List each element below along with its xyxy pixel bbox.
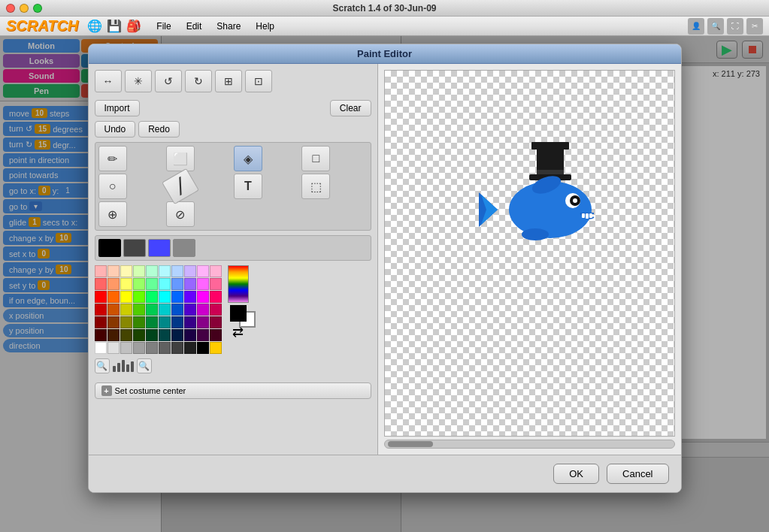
zoom-in-button[interactable]: 🔍: [137, 358, 152, 373]
palette-color-8[interactable]: [197, 265, 209, 277]
palette-color-20[interactable]: [95, 291, 107, 303]
search-icon[interactable]: 🔍: [707, 18, 724, 35]
palette-color-44[interactable]: [146, 316, 158, 328]
palette-color-18[interactable]: [197, 278, 209, 290]
import-button[interactable]: Import: [95, 100, 140, 116]
palette-color-9[interactable]: [210, 265, 222, 277]
palette-color-21[interactable]: [107, 291, 120, 303]
user-icon[interactable]: 👤: [688, 18, 704, 35]
scissors-icon[interactable]: ✂: [746, 18, 763, 35]
palette-color-36[interactable]: [171, 304, 183, 316]
palette-color-25[interactable]: [159, 291, 171, 303]
ellipse-tool[interactable]: ○: [98, 174, 127, 199]
palette-color-26[interactable]: [171, 291, 183, 303]
zoom-out-button[interactable]: 🔍: [95, 358, 110, 373]
palette-color-12[interactable]: [120, 278, 132, 290]
rotate-ccw-button[interactable]: ↺: [155, 70, 182, 92]
palette-color-41[interactable]: [107, 316, 120, 328]
palette-color-56[interactable]: [171, 329, 183, 341]
palette-color-35[interactable]: [159, 304, 171, 316]
palette-color-11[interactable]: [107, 278, 120, 290]
help-menu[interactable]: Help: [250, 20, 280, 33]
palette-color-43[interactable]: [133, 316, 145, 328]
scrollbar-thumb[interactable]: [388, 441, 433, 447]
clear-button[interactable]: Clear: [330, 100, 371, 116]
palette-color-19[interactable]: [210, 278, 222, 290]
palette-color-3[interactable]: [133, 265, 145, 277]
palette-color-14[interactable]: [146, 278, 158, 290]
paint-canvas[interactable]: [384, 70, 675, 437]
palette-color-58[interactable]: [197, 329, 209, 341]
palette-color-54[interactable]: [146, 329, 158, 341]
fill-tool[interactable]: ◈: [234, 146, 262, 171]
palette-color-49[interactable]: [210, 316, 222, 328]
palette-color-37[interactable]: [184, 304, 196, 316]
edit-menu[interactable]: Edit: [180, 20, 208, 33]
palette-color-60[interactable]: [95, 342, 107, 354]
palette-color-31[interactable]: [107, 304, 120, 316]
rectangle-tool[interactable]: □: [301, 146, 330, 171]
palette-color-64[interactable]: [146, 342, 158, 354]
line-tool[interactable]: ╱: [162, 168, 199, 204]
shade-black[interactable]: [98, 239, 121, 257]
rotate-cw-button[interactable]: ↻: [185, 70, 212, 92]
file-menu[interactable]: File: [150, 20, 177, 33]
palette-color-42[interactable]: [120, 316, 132, 328]
palette-color-32[interactable]: [120, 304, 132, 316]
palette-color-24[interactable]: [146, 291, 158, 303]
palette-color-38[interactable]: [197, 304, 209, 316]
redo-button[interactable]: Redo: [138, 121, 180, 138]
palette-color-34[interactable]: [146, 304, 158, 316]
palette-color-47[interactable]: [184, 316, 196, 328]
palette-color-50[interactable]: [95, 329, 107, 341]
fullscreen-icon[interactable]: ⛶: [727, 18, 743, 35]
palette-color-57[interactable]: [184, 329, 196, 341]
palette-color-30[interactable]: [95, 304, 107, 316]
palette-color-16[interactable]: [171, 278, 183, 290]
palette-color-48[interactable]: [197, 316, 209, 328]
palette-color-33[interactable]: [133, 304, 145, 316]
cancel-button[interactable]: Cancel: [607, 464, 668, 484]
palette-color-69[interactable]: [210, 342, 222, 354]
palette-color-68[interactable]: [197, 342, 209, 354]
close-button[interactable]: [6, 4, 15, 13]
palette-color-5[interactable]: [159, 265, 171, 277]
palette-color-61[interactable]: [107, 342, 120, 354]
palette-color-46[interactable]: [171, 316, 183, 328]
undo-button[interactable]: Undo: [95, 121, 136, 138]
foreground-color[interactable]: [230, 305, 247, 322]
palette-color-59[interactable]: [210, 329, 222, 341]
shade-dark[interactable]: [123, 239, 146, 257]
pencil-tool[interactable]: ✏: [98, 146, 127, 171]
rainbow-selector[interactable]: [228, 265, 249, 303]
flip-v-button[interactable]: ✳: [125, 70, 152, 92]
scale-button[interactable]: ⊞: [215, 70, 242, 92]
palette-color-6[interactable]: [171, 265, 183, 277]
maximize-button[interactable]: [33, 4, 42, 13]
palette-color-53[interactable]: [133, 329, 145, 341]
stamp-tool[interactable]: ⊕: [98, 201, 127, 227]
flip-h-button[interactable]: ↔: [95, 70, 122, 92]
minimize-button[interactable]: [20, 4, 29, 13]
palette-color-45[interactable]: [159, 316, 171, 328]
palette-color-22[interactable]: [120, 291, 132, 303]
palette-color-17[interactable]: [184, 278, 196, 290]
palette-color-51[interactable]: [107, 329, 120, 341]
palette-color-15[interactable]: [159, 278, 171, 290]
palette-color-65[interactable]: [159, 342, 171, 354]
palette-color-67[interactable]: [184, 342, 196, 354]
shade-gray[interactable]: [173, 239, 195, 257]
palette-color-27[interactable]: [184, 291, 196, 303]
palette-color-63[interactable]: [133, 342, 145, 354]
palette-color-52[interactable]: [120, 329, 132, 341]
transform-button[interactable]: ⊡: [245, 70, 272, 92]
palette-color-1[interactable]: [107, 265, 120, 277]
text-tool[interactable]: T: [234, 174, 262, 199]
palette-color-4[interactable]: [146, 265, 158, 277]
palette-color-55[interactable]: [159, 329, 171, 341]
palette-color-28[interactable]: [197, 291, 209, 303]
palette-color-66[interactable]: [171, 342, 183, 354]
select-tool[interactable]: ⬚: [301, 174, 330, 199]
set-costume-center-button[interactable]: + Set costume center: [95, 382, 371, 399]
palette-color-10[interactable]: [95, 278, 107, 290]
